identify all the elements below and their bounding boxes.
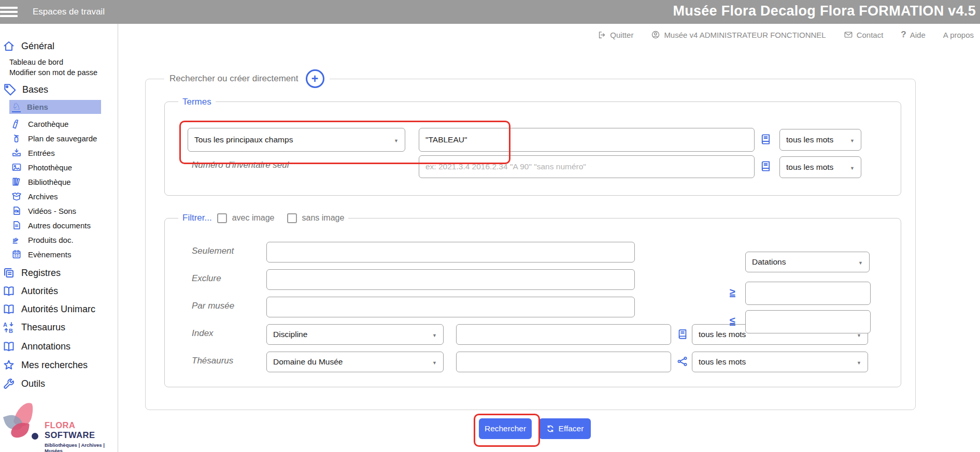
thesaurus-label: Thésaurus (192, 356, 233, 366)
lookup-list-icon[interactable] (760, 133, 772, 147)
sidebar-label: Modifier son mot de passe (9, 68, 97, 77)
user-label: Musée v4 ADMINISTRATEUR FONCTIONNEL (664, 31, 826, 39)
svg-text:A: A (3, 322, 7, 328)
sidebar-item-thesaurus[interactable]: AB Thesaurus (3, 319, 65, 335)
inventory-word-mode-dropdown[interactable]: tous les mots (779, 156, 861, 178)
exclude-input[interactable] (266, 269, 635, 290)
chevron-down-icon (428, 357, 437, 367)
datations-value: Datations (752, 257, 786, 267)
contact-label: Contact (857, 31, 884, 39)
sidebar-label: Carothèque (28, 120, 68, 128)
fire-extinguisher-icon (11, 133, 22, 143)
chevron-down-icon (428, 330, 437, 339)
lookup-list-icon[interactable] (677, 328, 688, 342)
sidebar-label: Entrées (28, 149, 55, 157)
sidebar-item-autres-documents[interactable]: Autres documents (11, 218, 91, 232)
datations-dropdown[interactable]: Datations (745, 252, 870, 272)
sidebar-label: Mes recherches (21, 360, 88, 371)
chevron-down-icon (846, 163, 855, 172)
lookup-list-icon[interactable] (760, 160, 772, 174)
field-selector-value: Tous les principaux champs (194, 135, 293, 144)
sidebar-item-tableau-de-bord[interactable]: Tableau de bord (9, 57, 63, 67)
sidebar-item-bases[interactable]: Bases (3, 82, 48, 97)
thesaurus-input[interactable] (456, 352, 671, 372)
sidebar-item-entrees[interactable]: Entrées (11, 146, 55, 159)
question-mark-icon: ? (901, 30, 906, 40)
user-menu[interactable]: Musée v4 ADMINISTRATEUR FONCTIONNEL (651, 30, 826, 39)
sidebar-label: Plan de sauvegarde (28, 134, 97, 143)
lte-operator[interactable]: ≤ (730, 315, 735, 327)
brand-tagline: Bibliothèques | Archives | Musées (45, 442, 115, 452)
open-book-icon (3, 340, 15, 353)
user-icon (651, 30, 660, 39)
inventory-input[interactable] (419, 155, 755, 178)
without-image-checkbox[interactable] (287, 213, 297, 223)
sidebar-label: Autorités Unimarc (21, 304, 95, 315)
core-sample-icon (11, 119, 22, 129)
chevron-down-icon (390, 135, 399, 144)
sidebar-item-outils[interactable]: Outils (3, 376, 45, 391)
only-label: Seulement (192, 246, 234, 256)
help-button[interactable]: ? Aide (901, 30, 925, 40)
sidebar-label: Produits doc. (28, 236, 74, 244)
sidebar-label: Outils (21, 378, 45, 389)
thesaurus-word-mode-dropdown[interactable]: tous les mots (692, 352, 868, 372)
panel-legend: Rechercher ou créer directement (169, 74, 299, 84)
by-museum-input[interactable] (266, 297, 635, 317)
sidebar-label: Autorités (21, 286, 58, 297)
with-image-checkbox[interactable] (217, 213, 227, 223)
chevron-down-icon (854, 257, 863, 267)
add-record-button[interactable]: + (306, 69, 324, 88)
about-button[interactable]: A propos (943, 31, 974, 39)
quit-button[interactable]: Quitter (598, 31, 633, 39)
only-input[interactable] (266, 242, 635, 263)
sidebar-item-carotheque[interactable]: Carothèque (11, 117, 68, 130)
date-to-input[interactable] (745, 310, 871, 333)
calendar-icon (11, 249, 22, 259)
index-select-dropdown[interactable]: Discipline (266, 324, 444, 345)
sidebar-item-bibliotheque[interactable]: Bibliothèque (11, 175, 71, 188)
clear-button[interactable]: Effacer (539, 418, 591, 439)
index-input[interactable] (456, 324, 671, 345)
sidebar-item-archives[interactable]: Archives (11, 189, 58, 203)
sidebar-item-autorites-unimarc[interactable]: Autorités Unimarc (3, 301, 95, 317)
term-input[interactable] (419, 128, 755, 152)
thesaurus-word-mode-value: tous les mots (699, 357, 746, 367)
sidebar-item-annotations[interactable]: Annotations (3, 339, 70, 354)
termes-fieldset: Termes Tous les principaux champs tous l… (164, 101, 901, 196)
sidebar-item-general[interactable]: Général (3, 38, 54, 54)
without-image-label: sans image (302, 213, 345, 223)
archive-box-icon (11, 191, 22, 201)
sidebar-item-biens[interactable]: ♘ Biens (9, 100, 101, 114)
sidebar-item-modifier-mot-de-passe[interactable]: Modifier son mot de passe (9, 67, 97, 78)
field-selector-dropdown[interactable]: Tous les principaux champs (188, 128, 405, 152)
sidebar-item-mes-recherches[interactable]: Mes recherches (3, 357, 88, 373)
hamburger-menu-icon[interactable] (0, 5, 19, 19)
brand-software: SOFTWARE (45, 430, 95, 440)
books-icon (11, 177, 22, 187)
paper-fan-icon (11, 235, 22, 245)
bust-icon: ♘ (12, 101, 21, 112)
sidebar-item-plan-de-sauvegarde[interactable]: Plan de sauvegarde (11, 132, 97, 145)
hierarchy-icon[interactable] (677, 356, 688, 369)
thesaurus-select-dropdown[interactable]: Domaine du Musée (266, 352, 444, 372)
search-button-label: Rechercher (485, 424, 526, 433)
date-from-input[interactable] (745, 282, 871, 305)
sidebar-item-phototheque[interactable]: Photothèque (11, 161, 72, 174)
term-word-mode-value: tous les mots (786, 135, 833, 144)
sidebar-item-evenements[interactable]: Evènements (11, 247, 71, 261)
sidebar-label: Evènements (28, 250, 71, 259)
gte-operator[interactable]: ≥ (730, 286, 735, 298)
sidebar-item-autorites[interactable]: Autorités (3, 283, 58, 299)
sidebar-label: Bibliothèque (28, 178, 71, 186)
filter-fieldset: Filtrer... avec image sans image Seuleme… (164, 218, 901, 387)
term-word-mode-dropdown[interactable]: tous les mots (779, 129, 861, 151)
sidebar-item-videos-sons[interactable]: Vidéos - Sons (11, 204, 76, 217)
sidebar-label: Général (21, 41, 54, 52)
sidebar-label: Photothèque (28, 163, 72, 172)
sidebar-item-produits-doc[interactable]: Produits doc. (11, 233, 74, 246)
sidebar-item-registres[interactable]: Registres (3, 265, 61, 281)
search-button[interactable]: Rechercher (479, 418, 532, 439)
contact-button[interactable]: Contact (844, 30, 884, 39)
index-select-value: Discipline (273, 330, 307, 339)
